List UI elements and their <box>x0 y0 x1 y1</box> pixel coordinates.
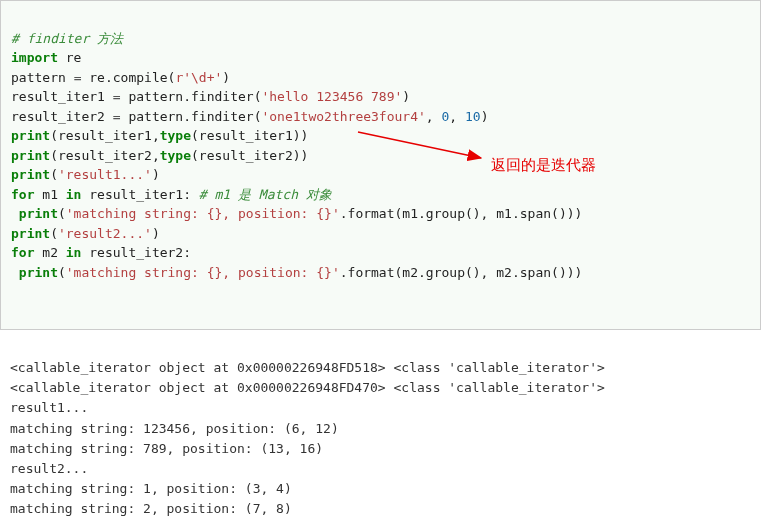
output-line: matching string: 2, position: (7, 8) <box>10 501 292 516</box>
code-text: ) <box>402 89 410 104</box>
code-text: , <box>449 109 465 124</box>
output-block: <callable_iterator object at 0x000002269… <box>0 330 761 521</box>
comment: # m1 是 Match 对象 <box>199 187 332 202</box>
builtin-print: print <box>11 226 50 241</box>
svg-line-0 <box>358 132 481 158</box>
output-line: <callable_iterator object at 0x000002269… <box>10 360 605 375</box>
code-text: result_iter1 <box>11 89 113 104</box>
code-text: pattern.finditer( <box>121 89 262 104</box>
code-block: # finditer 方法 import re pattern = re.com… <box>0 0 761 330</box>
code-text: .format(m1.group(), m1.span())) <box>340 206 583 221</box>
builtin-print: print <box>19 265 58 280</box>
code-text: ( <box>58 265 66 280</box>
operator: = <box>113 109 121 124</box>
code-text: result_iter1: <box>81 187 198 202</box>
operator: = <box>113 89 121 104</box>
output-line: matching string: 789, position: (13, 16) <box>10 441 323 456</box>
code-text: pattern <box>11 70 74 85</box>
indent <box>11 265 19 280</box>
number: 10 <box>465 109 481 124</box>
code-text: ) <box>152 167 160 182</box>
code-text: (result_iter2)) <box>191 148 308 163</box>
keyword-import: import <box>11 50 58 65</box>
code-text: ( <box>50 226 58 241</box>
output-line: <callable_iterator object at 0x000002269… <box>10 380 605 395</box>
keyword-in: in <box>66 187 82 202</box>
code-text: pattern.finditer( <box>121 109 262 124</box>
string-literal: 'hello 123456 789' <box>261 89 402 104</box>
code-text: m1 <box>34 187 65 202</box>
code-text: re.compile( <box>81 70 175 85</box>
comment-line: # finditer 方法 <box>11 31 123 46</box>
keyword-for: for <box>11 245 34 260</box>
builtin-type: type <box>160 128 191 143</box>
annotation-text: 返回的是迭代器 <box>491 154 596 177</box>
code-text: ( <box>50 167 58 182</box>
code-text: ( <box>58 206 66 221</box>
string-literal: 'matching string: {}, position: {}' <box>66 265 340 280</box>
string-literal: 'one1two2three3four4' <box>261 109 425 124</box>
keyword-for: for <box>11 187 34 202</box>
builtin-print: print <box>11 148 50 163</box>
builtin-print: print <box>11 167 50 182</box>
string-literal: r'\d+' <box>175 70 222 85</box>
builtin-print: print <box>19 206 58 221</box>
code-text: , <box>426 109 442 124</box>
code-text: (result_iter1)) <box>191 128 308 143</box>
string-literal: 'matching string: {}, position: {}' <box>66 206 340 221</box>
output-line: result2... <box>10 461 88 476</box>
output-line: matching string: 1, position: (3, 4) <box>10 481 292 496</box>
code-text: ) <box>222 70 230 85</box>
output-line: matching string: 123456, position: (6, 1… <box>10 421 339 436</box>
code-text: (result_iter2, <box>50 148 160 163</box>
builtin-print: print <box>11 128 50 143</box>
module-name: re <box>58 50 81 65</box>
arrow-icon <box>356 128 496 168</box>
keyword-in: in <box>66 245 82 260</box>
output-line: result1... <box>10 400 88 415</box>
indent <box>11 206 19 221</box>
code-text: ) <box>481 109 489 124</box>
code-text: m2 <box>34 245 65 260</box>
string-literal: 'result2...' <box>58 226 152 241</box>
code-text: (result_iter1, <box>50 128 160 143</box>
code-text: result_iter2 <box>11 109 113 124</box>
builtin-type: type <box>160 148 191 163</box>
string-literal: 'result1...' <box>58 167 152 182</box>
code-text: ) <box>152 226 160 241</box>
code-text: .format(m2.group(), m2.span())) <box>340 265 583 280</box>
code-text: result_iter2: <box>81 245 191 260</box>
